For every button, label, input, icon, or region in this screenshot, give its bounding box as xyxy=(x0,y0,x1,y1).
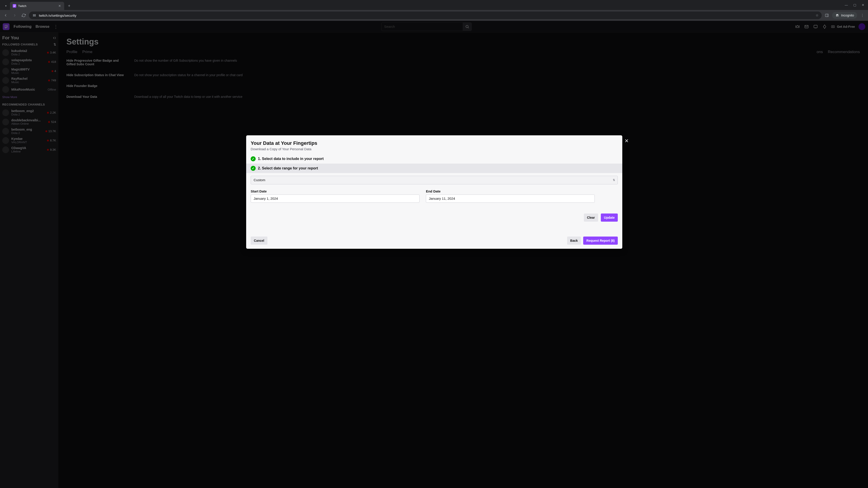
tab-close-icon[interactable]: ✕ xyxy=(58,4,61,8)
svg-rect-2 xyxy=(825,14,829,17)
new-tab-button[interactable]: + xyxy=(66,3,72,9)
step-1[interactable]: ✓ 1. Select data to include in your repo… xyxy=(251,154,618,164)
browser-menu-icon[interactable]: ⋮ xyxy=(859,11,866,19)
active-tab[interactable]: Twitch ✕ xyxy=(10,2,64,10)
url-text: twitch.tv/settings/security xyxy=(39,13,813,18)
back-button[interactable]: Back xyxy=(567,236,581,245)
back-button[interactable] xyxy=(2,11,9,19)
window-minimize-icon[interactable]: — xyxy=(845,3,848,7)
incognito-label: Incognito xyxy=(841,13,854,17)
clear-button[interactable]: Clear xyxy=(584,214,598,222)
svg-point-4 xyxy=(836,15,837,17)
svg-rect-0 xyxy=(33,14,36,15)
window-close-icon[interactable]: ✕ xyxy=(862,3,864,7)
incognito-icon xyxy=(835,13,839,18)
twitch-favicon xyxy=(13,4,16,8)
request-report-button[interactable]: Request Report (8) xyxy=(583,236,618,245)
start-date-label: Start Date xyxy=(251,189,420,193)
side-panel-icon[interactable] xyxy=(823,11,831,19)
modal-close-icon[interactable]: ✕ xyxy=(623,138,630,144)
reload-button[interactable] xyxy=(20,11,28,19)
check-icon: ✓ xyxy=(251,166,256,171)
date-range-select[interactable]: Custom xyxy=(251,176,618,184)
end-date-label: End Date xyxy=(426,189,595,193)
window-maximize-icon[interactable]: ▢ xyxy=(853,3,856,7)
step-2[interactable]: ✓ 2. Select date range for your report xyxy=(246,164,622,173)
tab-title: Twitch xyxy=(18,4,56,8)
modal-title: Your Data at Your Fingertips xyxy=(251,140,618,146)
modal-subtitle: Download a Copy of Your Personal Data xyxy=(251,147,618,151)
site-settings-icon[interactable] xyxy=(32,13,37,18)
cancel-button[interactable]: Cancel xyxy=(251,236,268,245)
tab-list-dropdown[interactable]: ▾ xyxy=(2,2,10,10)
svg-point-5 xyxy=(837,15,839,17)
start-date-input[interactable] xyxy=(251,195,420,203)
svg-rect-1 xyxy=(33,15,36,16)
check-icon: ✓ xyxy=(251,156,256,161)
address-bar[interactable]: twitch.tv/settings/security ☆ xyxy=(29,11,822,19)
download-data-modal: ✕ Your Data at Your Fingertips Download … xyxy=(246,135,622,249)
step-2-label: 2. Select date range for your report xyxy=(258,166,318,170)
bookmark-icon[interactable]: ☆ xyxy=(815,13,818,18)
modal-backdrop[interactable] xyxy=(0,21,868,488)
step-1-label: 1. Select data to include in your report xyxy=(258,157,324,161)
update-button[interactable]: Update xyxy=(601,214,618,222)
forward-button[interactable] xyxy=(11,11,19,19)
end-date-input[interactable] xyxy=(426,195,595,203)
incognito-indicator[interactable]: Incognito xyxy=(832,12,857,19)
